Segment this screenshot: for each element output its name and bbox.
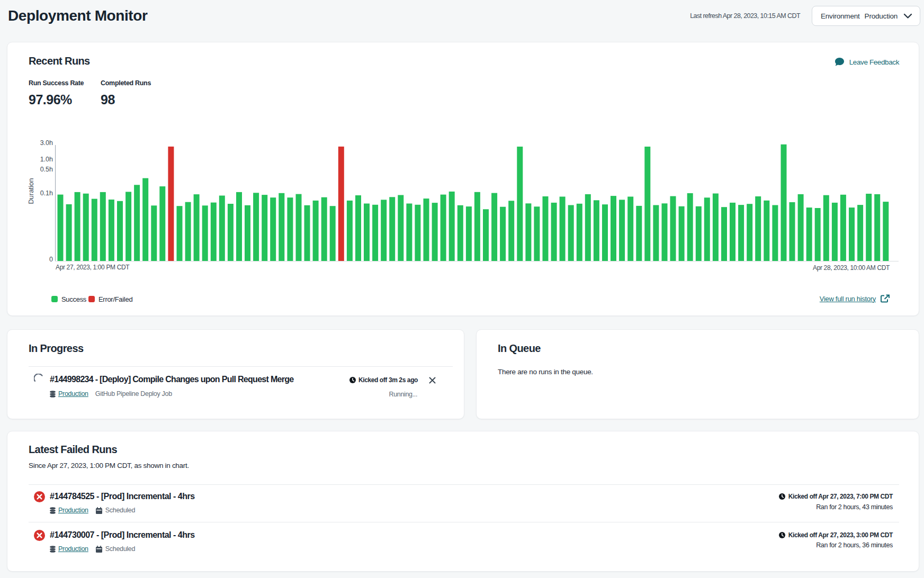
svg-text:0: 0 [49,256,53,263]
svg-text:Duration: Duration [27,178,35,204]
svg-text:Apr 28, 2023, 10:00 AM CDT: Apr 28, 2023, 10:00 AM CDT [813,264,890,272]
svg-text:Apr 27, 2023, 1:00 PM CDT: Apr 27, 2023, 1:00 PM CDT [56,264,130,271]
svg-text:3.0h: 3.0h [40,139,53,147]
svg-text:0.1h: 0.1h [40,189,53,197]
svg-text:1.0h: 1.0h [40,156,53,163]
svg-text:0.5h: 0.5h [40,166,53,173]
